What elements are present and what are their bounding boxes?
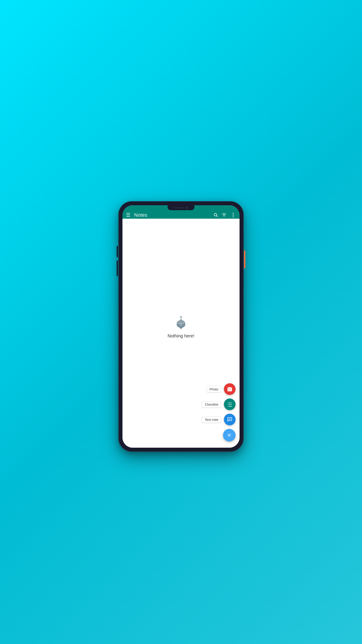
close-icon xyxy=(227,432,232,438)
textnote-fab-label: Text note xyxy=(202,416,221,423)
power-button xyxy=(244,250,245,268)
sort-icon[interactable] xyxy=(222,213,226,218)
phone-body: ☰ Notes xyxy=(118,201,244,452)
photo-fab-label: Photo xyxy=(207,386,221,392)
empty-state: Nothing here! xyxy=(168,314,194,338)
volume-up-button xyxy=(117,246,118,257)
speaker xyxy=(174,207,183,208)
main-content: Nothing here! Photo xyxy=(122,219,240,448)
svg-point-6 xyxy=(180,319,182,321)
bell-icon xyxy=(173,314,189,330)
textnote-fab-button[interactable] xyxy=(224,414,236,425)
fab-container: Photo Checklist xyxy=(202,383,236,442)
front-camera xyxy=(185,206,188,209)
toolbar-actions: ⋮ xyxy=(213,212,236,218)
main-fab-button[interactable] xyxy=(223,429,236,442)
checklist-fab-item: Checklist xyxy=(202,398,236,410)
svg-point-9 xyxy=(180,316,182,318)
phone-screen: ☰ Notes xyxy=(122,205,240,448)
photo-fab-item: Photo xyxy=(207,383,236,395)
search-icon[interactable] xyxy=(213,213,218,218)
textnote-fab-item: Text note xyxy=(202,414,236,425)
toolbar-title: Notes xyxy=(134,212,213,218)
svg-point-14 xyxy=(181,328,181,329)
phone-wrapper: ☰ Notes xyxy=(118,201,244,452)
checklist-fab-label: Checklist xyxy=(202,401,221,408)
svg-point-15 xyxy=(229,388,231,390)
app-container: ☰ Notes xyxy=(122,205,240,448)
phone-notch xyxy=(168,205,194,210)
checklist-icon xyxy=(227,402,232,407)
menu-icon[interactable]: ☰ xyxy=(126,213,130,218)
text-note-icon xyxy=(227,417,232,422)
camera-icon xyxy=(227,386,232,392)
svg-line-1 xyxy=(217,216,218,217)
photo-fab-button[interactable] xyxy=(224,383,236,395)
more-options-icon[interactable]: ⋮ xyxy=(230,212,236,218)
empty-state-text: Nothing here! xyxy=(168,334,194,338)
volume-down-button xyxy=(117,260,118,276)
svg-point-12 xyxy=(180,324,180,324)
checklist-fab-button[interactable] xyxy=(224,398,236,410)
svg-point-13 xyxy=(182,324,183,324)
